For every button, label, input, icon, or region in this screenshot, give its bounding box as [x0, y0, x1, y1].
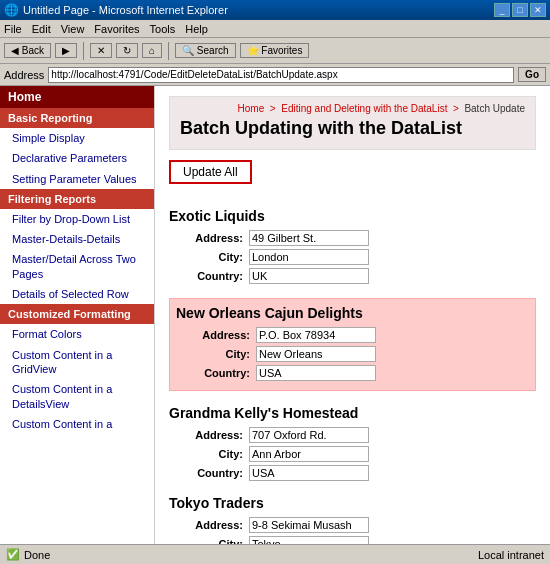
sidebar-item-format-colors[interactable]: Format Colors — [0, 324, 154, 344]
company-section-new-orleans: New Orleans Cajun Delights Address: City… — [169, 298, 536, 391]
company-fields-tokyo-traders: Address: City: — [169, 517, 536, 544]
field-row-city-tt: City: — [179, 536, 536, 544]
field-row-country-no: Country: — [186, 365, 529, 381]
title-bar-left: 🌐 Untitled Page - Microsoft Internet Exp… — [4, 3, 228, 17]
sidebar-item-simple-display[interactable]: Simple Display — [0, 128, 154, 148]
company-name-grandma-kelly: Grandma Kelly's Homestead — [169, 405, 536, 421]
address-label: Address — [4, 69, 44, 81]
country-label-exotic: Country: — [179, 270, 249, 282]
field-row-city-no: City: — [186, 346, 529, 362]
sidebar-item-master-details[interactable]: Master-Details-Details — [0, 229, 154, 249]
menu-help[interactable]: Help — [185, 23, 208, 35]
field-row-address-no: Address: — [186, 327, 529, 343]
city-input-no[interactable] — [256, 346, 376, 362]
toolbar-separator-2 — [168, 42, 169, 60]
main-container: Home Basic Reporting Simple Display Decl… — [0, 86, 550, 544]
company-name-exotic-liquids: Exotic Liquids — [169, 208, 536, 224]
close-button[interactable]: ✕ — [530, 3, 546, 17]
status-left: ✅ Done — [6, 548, 50, 561]
address-input-gk[interactable] — [249, 427, 369, 443]
city-input-gk[interactable] — [249, 446, 369, 462]
menu-view[interactable]: View — [61, 23, 85, 35]
sidebar-item-custom-content-detailsview[interactable]: Custom Content in a DetailsView — [0, 379, 154, 414]
city-label-tt: City: — [179, 538, 249, 544]
address-bar: Address Go — [0, 64, 550, 86]
address-label-no: Address: — [186, 329, 256, 341]
toolbar-separator — [83, 42, 84, 60]
sidebar-item-details-selected-row[interactable]: Details of Selected Row — [0, 284, 154, 304]
city-label-exotic: City: — [179, 251, 249, 263]
address-label-gk: Address: — [179, 429, 249, 441]
sidebar-item-declarative-parameters[interactable]: Declarative Parameters — [0, 148, 154, 168]
city-label-gk: City: — [179, 448, 249, 460]
address-label-exotic: Address: — [179, 232, 249, 244]
menu-file[interactable]: File — [4, 23, 22, 35]
window-controls[interactable]: _ □ ✕ — [494, 3, 546, 17]
country-input-gk[interactable] — [249, 465, 369, 481]
restore-button[interactable]: □ — [512, 3, 528, 17]
address-input[interactable] — [48, 67, 514, 83]
page-header: Home > Editing and Deleting with the Dat… — [169, 96, 536, 150]
ie-logo-icon: 🌐 — [4, 3, 19, 17]
status-zone: Local intranet — [478, 549, 544, 561]
address-input-tt[interactable] — [249, 517, 369, 533]
city-input-exotic[interactable] — [249, 249, 369, 265]
country-input-exotic[interactable] — [249, 268, 369, 284]
sidebar: Home Basic Reporting Simple Display Decl… — [0, 86, 155, 544]
menu-favorites[interactable]: Favorites — [94, 23, 139, 35]
search-button[interactable]: 🔍 Search — [175, 43, 235, 58]
sidebar-item-custom-content-other[interactable]: Custom Content in a — [0, 414, 154, 434]
company-name-tokyo-traders: Tokyo Traders — [169, 495, 536, 511]
field-row-address-tt: Address: — [179, 517, 536, 533]
refresh-button[interactable]: ↻ — [116, 43, 138, 58]
country-input-no[interactable] — [256, 365, 376, 381]
status-icon: ✅ — [6, 548, 20, 561]
minimize-button[interactable]: _ — [494, 3, 510, 17]
sidebar-section-basic-reporting[interactable]: Basic Reporting — [0, 108, 154, 128]
breadcrumb-home[interactable]: Home — [238, 103, 265, 114]
back-button[interactable]: ◀ Back — [4, 43, 51, 58]
sidebar-item-setting-parameter-values[interactable]: Setting Parameter Values — [0, 169, 154, 189]
status-text: Done — [24, 549, 50, 561]
status-bar: ✅ Done Local intranet — [0, 544, 550, 564]
field-row-country: Country: — [179, 268, 536, 284]
favorites-button[interactable]: ⭐ Favorites — [240, 43, 310, 58]
sidebar-section-filtering-reports[interactable]: Filtering Reports — [0, 189, 154, 209]
field-row-country-gk: Country: — [179, 465, 536, 481]
sidebar-home[interactable]: Home — [0, 86, 154, 108]
address-label-tt: Address: — [179, 519, 249, 531]
breadcrumb-current: Batch Update — [464, 103, 525, 114]
menu-tools[interactable]: Tools — [150, 23, 176, 35]
go-button[interactable]: Go — [518, 67, 546, 82]
company-section-grandma-kelly: Grandma Kelly's Homestead Address: City:… — [169, 405, 536, 481]
field-row-city: City: — [179, 249, 536, 265]
address-input-no[interactable] — [256, 327, 376, 343]
company-fields-grandma-kelly: Address: City: Country: — [169, 427, 536, 481]
breadcrumb-section[interactable]: Editing and Deleting with the DataList — [281, 103, 447, 114]
company-fields-exotic-liquids: Address: City: Country: — [169, 230, 536, 284]
sidebar-item-master-detail-pages[interactable]: Master/Detail Across Two Pages — [0, 249, 154, 284]
country-label-gk: Country: — [179, 467, 249, 479]
field-row-address: Address: — [179, 230, 536, 246]
update-all-button[interactable]: Update All — [169, 160, 252, 184]
sidebar-item-custom-content-gridview[interactable]: Custom Content in a GridView — [0, 345, 154, 380]
field-row-city-gk: City: — [179, 446, 536, 462]
company-section-tokyo-traders: Tokyo Traders Address: City: — [169, 495, 536, 544]
toolbar: ◀ Back ▶ ✕ ↻ ⌂ 🔍 Search ⭐ Favorites — [0, 38, 550, 64]
content-area: Home > Editing and Deleting with the Dat… — [155, 86, 550, 544]
menu-edit[interactable]: Edit — [32, 23, 51, 35]
stop-button[interactable]: ✕ — [90, 43, 112, 58]
city-label-no: City: — [186, 348, 256, 360]
company-name-new-orleans: New Orleans Cajun Delights — [176, 305, 529, 321]
forward-button[interactable]: ▶ — [55, 43, 77, 58]
title-bar: 🌐 Untitled Page - Microsoft Internet Exp… — [0, 0, 550, 20]
window-title: Untitled Page - Microsoft Internet Explo… — [23, 4, 228, 16]
sidebar-section-customized-formatting[interactable]: Customized Formatting — [0, 304, 154, 324]
company-fields-new-orleans: Address: City: Country: — [176, 327, 529, 381]
city-input-tt[interactable] — [249, 536, 369, 544]
sidebar-item-filter-dropdown[interactable]: Filter by Drop-Down List — [0, 209, 154, 229]
address-input-exotic[interactable] — [249, 230, 369, 246]
breadcrumb: Home > Editing and Deleting with the Dat… — [180, 103, 525, 114]
home-button[interactable]: ⌂ — [142, 43, 162, 58]
country-label-no: Country: — [186, 367, 256, 379]
